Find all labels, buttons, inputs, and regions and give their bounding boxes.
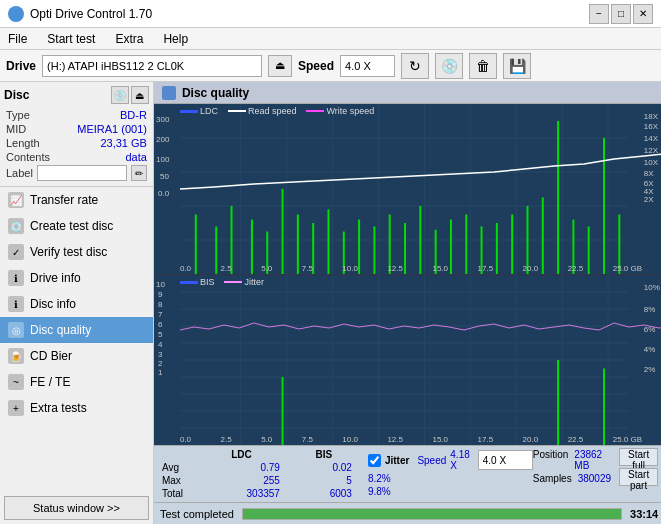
avg-row: Avg 0.79 0.02 [160,461,360,474]
svg-text:6%: 6% [644,325,656,334]
main-layout: Disc 💿 ⏏ Type BD-R MID MEIRA1 (001) Leng… [0,82,661,524]
max-bis: 5 [288,474,360,487]
drive-info-icon: ℹ [8,270,24,286]
start-full-button[interactable]: Start full [619,448,658,466]
svg-rect-0 [154,104,661,274]
maximize-button[interactable]: □ [611,4,631,24]
menu-start-test[interactable]: Start test [43,30,99,48]
speed-select[interactable]: 4.0 X [340,55,395,77]
samples-val: 380029 [578,473,611,484]
disc-info-icon: ℹ [8,296,24,312]
status-text: Test completed [160,508,234,520]
status-window-button[interactable]: Status window >> [4,496,149,520]
action-buttons: Start full Start part [619,448,658,486]
avg-ldc: 0.79 [195,461,288,474]
sidebar-item-transfer-rate[interactable]: 📈 Transfer rate [0,187,153,213]
sidebar-item-drive-info[interactable]: ℹ Drive info [0,265,153,291]
disc-section: Disc 💿 ⏏ Type BD-R MID MEIRA1 (001) Leng… [0,82,153,187]
disc-button[interactable]: 💿 [435,53,463,79]
sidebar-item-extra-tests[interactable]: + Extra tests [0,395,153,421]
app-icon [8,6,24,22]
erase-button[interactable]: 🗑 [469,53,497,79]
svg-text:7: 7 [158,310,163,319]
svg-text:8%: 8% [644,305,656,314]
menu-file[interactable]: File [4,30,31,48]
jitter-avg-val: 8.2% [368,473,391,484]
svg-text:16X: 16X [644,122,659,131]
speed-dropdown[interactable]: 4.0 X [478,450,533,470]
speed-number: 4.18 X [450,449,469,471]
content-area: Disc quality LDC Read speed [154,82,661,524]
disc-eject-btn[interactable]: ⏏ [131,86,149,104]
position-val: 23862 MB [574,449,611,471]
minimize-button[interactable]: − [589,4,609,24]
menu-extra[interactable]: Extra [111,30,147,48]
svg-text:4%: 4% [644,345,656,354]
drive-select[interactable]: (H:) ATAPI iHBS112 2 CL0K [42,55,262,77]
bottom-chart-xlabels: 0.0 2.5 5.0 7.5 10.0 12.5 15.0 17.5 20.0… [180,435,642,444]
svg-rect-20 [281,189,283,274]
disc-icon-btn[interactable]: 💿 [111,86,129,104]
drive-bar: Drive (H:) ATAPI iHBS112 2 CL0K ⏏ Speed … [0,50,661,82]
disc-type-row: Type BD-R [4,108,149,122]
svg-rect-37 [542,198,544,275]
svg-text:3: 3 [158,350,163,359]
progress-row: Test completed 33:14 [154,502,661,524]
svg-text:300: 300 [156,115,170,124]
svg-text:2: 2 [158,359,163,368]
save-button[interactable]: 💾 [503,53,531,79]
disc-mid-row: MID MEIRA1 (001) [4,122,149,136]
progress-time: 33:14 [630,508,658,520]
sidebar-item-cd-bier[interactable]: 🍺 CD Bier [0,343,153,369]
svg-rect-77 [557,360,559,445]
total-row: Total 303357 6003 [160,487,360,500]
menu-help[interactable]: Help [159,30,192,48]
svg-text:100: 100 [156,155,170,164]
svg-text:1: 1 [158,368,163,377]
position-label: Position [533,449,569,471]
progress-bar-fill [243,509,621,519]
disc-section-title: Disc [4,88,29,102]
disc-label-input[interactable] [37,165,127,181]
jitter-checkbox[interactable] [368,454,381,467]
title-bar: Opti Drive Control 1.70 − □ ✕ [0,0,661,28]
max-row: Max 255 5 [160,474,360,487]
sidebar-item-verify-test-disc[interactable]: ✓ Verify test disc [0,239,153,265]
stats-table: LDC BIS Avg 0.79 0.02 Max 255 [160,448,360,500]
refresh-button[interactable]: ↻ [401,53,429,79]
svg-text:2%: 2% [644,365,656,374]
svg-rect-41 [603,138,605,274]
extra-tests-icon: + [8,400,24,416]
svg-text:8X: 8X [644,169,654,178]
svg-text:10%: 10% [644,283,660,292]
position-samples: Position 23862 MB Samples 380029 [533,448,611,485]
sidebar-item-disc-info[interactable]: ℹ Disc info [0,291,153,317]
stats-section: LDC BIS Avg 0.79 0.02 Max 255 [154,445,661,524]
disc-contents-row: Contents data [4,150,149,164]
sidebar: Disc 💿 ⏏ Type BD-R MID MEIRA1 (001) Leng… [0,82,154,524]
top-chart-xlabels: 0.0 2.5 5.0 7.5 10.0 12.5 15.0 17.5 20.0… [180,264,642,273]
jitter-max-row: 9.8% [368,485,470,498]
svg-text:0.0: 0.0 [158,189,170,198]
menu-bar: File Start test Extra Help [0,28,661,50]
bottom-chart-svg: 10 9 8 7 6 5 4 3 2 1 10% 8% 6% 4% 2% [154,275,661,445]
svg-text:6: 6 [158,320,163,329]
samples-row: Samples 380029 [533,472,611,485]
svg-text:12X: 12X [644,146,659,155]
disc-length-row: Length 23,31 GB [4,136,149,150]
sidebar-item-disc-quality[interactable]: ◎ Disc quality [0,317,153,343]
quality-title: Disc quality [182,86,249,100]
fe-te-icon: ~ [8,374,24,390]
top-chart: LDC Read speed Write speed [154,104,661,274]
svg-text:50: 50 [160,172,169,181]
samples-label: Samples [533,473,572,484]
svg-text:14X: 14X [644,134,659,143]
sidebar-item-create-test-disc[interactable]: 💿 Create test disc [0,213,153,239]
quality-header-icon [162,86,176,100]
start-part-button[interactable]: Start part [619,468,658,486]
label-edit-btn[interactable]: ✏ [131,165,147,181]
eject-button[interactable]: ⏏ [268,55,292,77]
transfer-rate-icon: 📈 [8,192,24,208]
close-button[interactable]: ✕ [633,4,653,24]
sidebar-item-fe-te[interactable]: ~ FE / TE [0,369,153,395]
